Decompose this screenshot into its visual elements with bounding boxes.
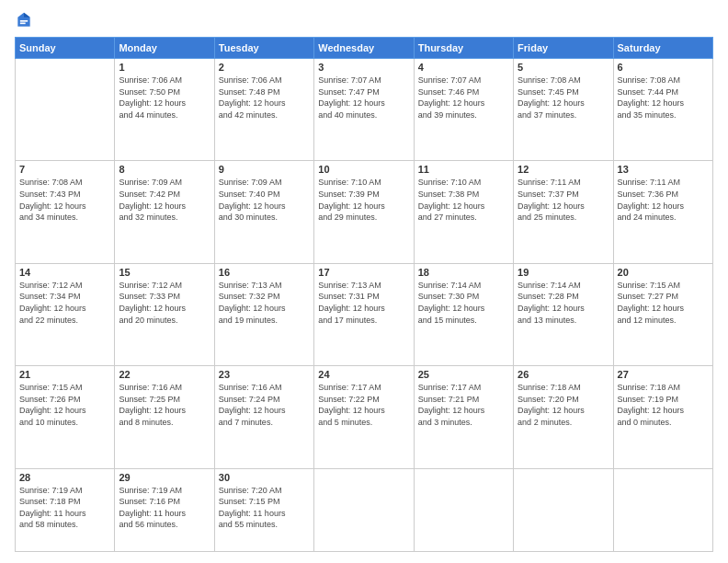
day-number: 18 (418, 267, 509, 278)
calendar-cell: 4Sunrise: 7:07 AM Sunset: 7:46 PM Daylig… (414, 59, 513, 161)
calendar-week-0: 1Sunrise: 7:06 AM Sunset: 7:50 PM Daylig… (16, 59, 713, 161)
svg-rect-3 (20, 23, 26, 25)
calendar-cell: 1Sunrise: 7:06 AM Sunset: 7:50 PM Daylig… (115, 59, 214, 161)
cell-info: Sunrise: 7:07 AM Sunset: 7:46 PM Dayligh… (418, 75, 509, 121)
day-number: 7 (19, 164, 110, 175)
day-number: 27 (618, 369, 709, 380)
day-number: 24 (318, 369, 409, 380)
calendar-week-1: 7Sunrise: 7:08 AM Sunset: 7:43 PM Daylig… (16, 161, 713, 263)
cell-info: Sunrise: 7:09 AM Sunset: 7:42 PM Dayligh… (119, 177, 210, 223)
logo (15, 11, 37, 29)
calendar-cell (16, 59, 115, 161)
cell-info: Sunrise: 7:17 AM Sunset: 7:22 PM Dayligh… (318, 382, 409, 428)
day-number: 15 (119, 267, 210, 278)
calendar-cell: 5Sunrise: 7:08 AM Sunset: 7:45 PM Daylig… (514, 59, 613, 161)
svg-marker-1 (24, 13, 30, 17)
calendar-cell: 10Sunrise: 7:10 AM Sunset: 7:39 PM Dayli… (314, 161, 414, 263)
day-number: 1 (119, 62, 210, 73)
calendar-cell: 24Sunrise: 7:17 AM Sunset: 7:22 PM Dayli… (314, 366, 414, 468)
calendar-week-2: 14Sunrise: 7:12 AM Sunset: 7:34 PM Dayli… (16, 263, 713, 365)
calendar-cell: 8Sunrise: 7:09 AM Sunset: 7:42 PM Daylig… (115, 161, 214, 263)
cell-info: Sunrise: 7:15 AM Sunset: 7:27 PM Dayligh… (618, 280, 709, 326)
cell-info: Sunrise: 7:13 AM Sunset: 7:32 PM Dayligh… (219, 280, 310, 326)
cell-info: Sunrise: 7:19 AM Sunset: 7:18 PM Dayligh… (19, 485, 110, 531)
cell-info: Sunrise: 7:11 AM Sunset: 7:37 PM Dayligh… (518, 177, 609, 223)
weekday-header-monday: Monday (115, 38, 214, 59)
calendar-cell: 19Sunrise: 7:14 AM Sunset: 7:28 PM Dayli… (514, 263, 613, 365)
calendar-cell: 15Sunrise: 7:12 AM Sunset: 7:33 PM Dayli… (115, 263, 214, 365)
cell-info: Sunrise: 7:12 AM Sunset: 7:34 PM Dayligh… (19, 280, 110, 326)
calendar-cell: 12Sunrise: 7:11 AM Sunset: 7:37 PM Dayli… (514, 161, 613, 263)
cell-info: Sunrise: 7:14 AM Sunset: 7:28 PM Dayligh… (518, 280, 609, 326)
cell-info: Sunrise: 7:13 AM Sunset: 7:31 PM Dayligh… (318, 280, 409, 326)
day-number: 28 (19, 472, 110, 483)
day-number: 20 (618, 267, 709, 278)
day-number: 14 (19, 267, 110, 278)
calendar-cell: 20Sunrise: 7:15 AM Sunset: 7:27 PM Dayli… (613, 263, 712, 365)
calendar-cell: 2Sunrise: 7:06 AM Sunset: 7:48 PM Daylig… (214, 59, 313, 161)
calendar-week-4: 28Sunrise: 7:19 AM Sunset: 7:18 PM Dayli… (16, 468, 713, 551)
calendar-cell: 16Sunrise: 7:13 AM Sunset: 7:32 PM Dayli… (214, 263, 313, 365)
calendar-cell (514, 468, 613, 551)
logo-icon (15, 11, 33, 29)
page: SundayMondayTuesdayWednesdayThursdayFrid… (0, 0, 728, 563)
calendar-cell: 7Sunrise: 7:08 AM Sunset: 7:43 PM Daylig… (16, 161, 115, 263)
header (15, 11, 713, 29)
cell-info: Sunrise: 7:18 AM Sunset: 7:19 PM Dayligh… (618, 382, 709, 428)
day-number: 9 (219, 164, 310, 175)
day-number: 12 (518, 164, 609, 175)
cell-info: Sunrise: 7:07 AM Sunset: 7:47 PM Dayligh… (318, 75, 409, 121)
cell-info: Sunrise: 7:11 AM Sunset: 7:36 PM Dayligh… (618, 177, 709, 223)
day-number: 10 (318, 164, 409, 175)
day-number: 17 (318, 267, 409, 278)
cell-info: Sunrise: 7:08 AM Sunset: 7:43 PM Dayligh… (19, 177, 110, 223)
cell-info: Sunrise: 7:14 AM Sunset: 7:30 PM Dayligh… (418, 280, 509, 326)
cell-info: Sunrise: 7:08 AM Sunset: 7:45 PM Dayligh… (518, 75, 609, 121)
weekday-header-tuesday: Tuesday (214, 38, 313, 59)
calendar-cell (314, 468, 414, 551)
day-number: 11 (418, 164, 509, 175)
cell-info: Sunrise: 7:09 AM Sunset: 7:40 PM Dayligh… (219, 177, 310, 223)
weekday-header-thursday: Thursday (414, 38, 513, 59)
day-number: 19 (518, 267, 609, 278)
cell-info: Sunrise: 7:15 AM Sunset: 7:26 PM Dayligh… (19, 382, 110, 428)
day-number: 2 (219, 62, 310, 73)
calendar-cell: 29Sunrise: 7:19 AM Sunset: 7:16 PM Dayli… (115, 468, 214, 551)
calendar-cell: 17Sunrise: 7:13 AM Sunset: 7:31 PM Dayli… (314, 263, 414, 365)
calendar-cell: 9Sunrise: 7:09 AM Sunset: 7:40 PM Daylig… (214, 161, 313, 263)
weekday-header-sunday: Sunday (16, 38, 115, 59)
day-number: 26 (518, 369, 609, 380)
day-number: 6 (618, 62, 709, 73)
calendar-cell: 26Sunrise: 7:18 AM Sunset: 7:20 PM Dayli… (514, 366, 613, 468)
cell-info: Sunrise: 7:12 AM Sunset: 7:33 PM Dayligh… (119, 280, 210, 326)
calendar-cell: 14Sunrise: 7:12 AM Sunset: 7:34 PM Dayli… (16, 263, 115, 365)
day-number: 5 (518, 62, 609, 73)
calendar-cell (613, 468, 712, 551)
cell-info: Sunrise: 7:10 AM Sunset: 7:38 PM Dayligh… (418, 177, 509, 223)
cell-info: Sunrise: 7:17 AM Sunset: 7:21 PM Dayligh… (418, 382, 509, 428)
calendar-cell: 22Sunrise: 7:16 AM Sunset: 7:25 PM Dayli… (115, 366, 214, 468)
cell-info: Sunrise: 7:08 AM Sunset: 7:44 PM Dayligh… (618, 75, 709, 121)
cell-info: Sunrise: 7:06 AM Sunset: 7:50 PM Dayligh… (119, 75, 210, 121)
cell-info: Sunrise: 7:16 AM Sunset: 7:25 PM Dayligh… (119, 382, 210, 428)
calendar-cell: 18Sunrise: 7:14 AM Sunset: 7:30 PM Dayli… (414, 263, 513, 365)
calendar-cell: 13Sunrise: 7:11 AM Sunset: 7:36 PM Dayli… (613, 161, 712, 263)
day-number: 29 (119, 472, 210, 483)
day-number: 23 (219, 369, 310, 380)
cell-info: Sunrise: 7:10 AM Sunset: 7:39 PM Dayligh… (318, 177, 409, 223)
weekday-header-saturday: Saturday (613, 38, 712, 59)
calendar-cell: 11Sunrise: 7:10 AM Sunset: 7:38 PM Dayli… (414, 161, 513, 263)
day-number: 21 (19, 369, 110, 380)
weekday-header-friday: Friday (514, 38, 613, 59)
day-number: 22 (119, 369, 210, 380)
calendar-cell: 30Sunrise: 7:20 AM Sunset: 7:15 PM Dayli… (214, 468, 313, 551)
day-number: 4 (418, 62, 509, 73)
cell-info: Sunrise: 7:20 AM Sunset: 7:15 PM Dayligh… (219, 485, 310, 531)
day-number: 3 (318, 62, 409, 73)
calendar-table: SundayMondayTuesdayWednesdayThursdayFrid… (15, 37, 713, 552)
calendar-header-row: SundayMondayTuesdayWednesdayThursdayFrid… (16, 38, 713, 59)
day-number: 30 (219, 472, 310, 483)
calendar-cell: 28Sunrise: 7:19 AM Sunset: 7:18 PM Dayli… (16, 468, 115, 551)
day-number: 25 (418, 369, 509, 380)
cell-info: Sunrise: 7:19 AM Sunset: 7:16 PM Dayligh… (119, 485, 210, 531)
